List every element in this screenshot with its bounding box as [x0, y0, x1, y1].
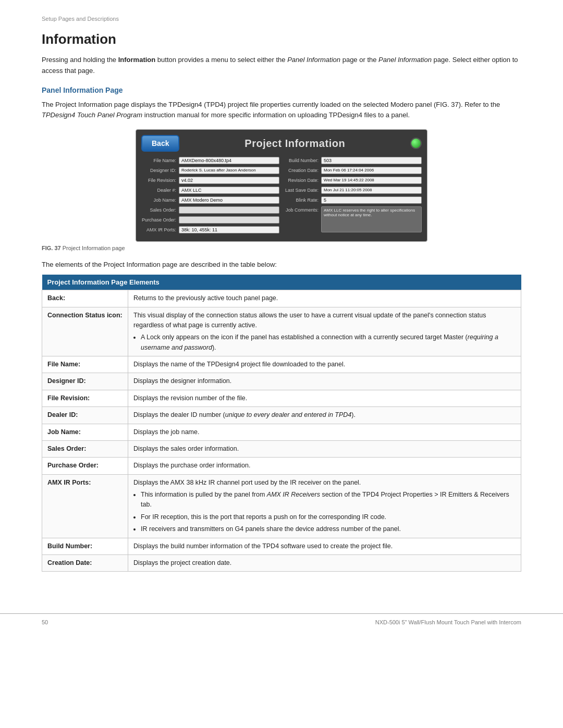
table-term: Connection Status icon:	[42, 307, 128, 356]
field-label-comments: Job Comments:	[284, 206, 321, 213]
fig-caption: FIG. 37 Project Information page	[42, 245, 521, 251]
table-term: Job Name:	[42, 424, 128, 440]
table-row: Back:Returns to the previously active to…	[42, 290, 521, 307]
field-value-creationdate: Mon Feb 06 17:24:04 2006	[321, 167, 422, 174]
table-term: Back:	[42, 290, 128, 307]
table-row: AMX IR Ports:Displays the AMX 38 kHz IR …	[42, 474, 521, 538]
table-row: Dealer ID:Displays the dealer ID number …	[42, 407, 521, 424]
doc-title: NXD-500i 5" Wall/Flush Mount Touch Panel…	[375, 619, 521, 625]
page-number: 50	[42, 619, 48, 625]
bullet-item: IR receivers and transmitters on G4 pane…	[141, 524, 516, 534]
field-label-lastsave: Last Save Date:	[284, 188, 321, 193]
field-row-filename: File Name: AMXDemo-800x480.tp4	[141, 157, 279, 164]
table-header: Project Information Page Elements	[42, 275, 521, 290]
intro-italic2: Panel Information	[378, 56, 432, 64]
field-label-buildnum: Build Number:	[284, 158, 321, 163]
field-row-designer: Designer ID: Roderick S. Lucas after Jas…	[141, 167, 279, 174]
table-row: Job Name:Displays the job name.	[42, 424, 521, 440]
field-row-creationdate: Creation Date: Mon Feb 06 17:24:04 2006	[284, 167, 422, 174]
table-term: File Revision:	[42, 390, 128, 406]
field-value-dealer: AMX LLC	[179, 187, 279, 194]
field-row-dealer: Dealer #: AMX LLC	[141, 187, 279, 194]
panel-fields: File Name: AMXDemo-800x480.tp4 Designer …	[141, 157, 422, 236]
field-label-revisiondate: Revision Date:	[284, 178, 321, 183]
field-value-revision: v4.02	[179, 177, 279, 184]
table-term: Dealer ID:	[42, 407, 128, 424]
info-table: Project Information Page Elements Back:R…	[42, 275, 521, 572]
table-term: File Name:	[42, 356, 128, 373]
field-label-salesorder: Sales Order:	[141, 207, 179, 213]
field-label-irports: AMX IR Ports:	[141, 227, 179, 232]
field-label-dealer: Dealer #:	[141, 188, 179, 193]
intro-bold: Information	[118, 56, 156, 64]
field-value-irports: 38k: 10, 455k: 11	[179, 226, 279, 233]
table-term: AMX IR Ports:	[42, 474, 128, 538]
desc-text: The elements of the Project Information …	[42, 261, 521, 268]
field-label-revision: File Revision:	[141, 178, 179, 183]
table-description: Displays the revision number of the file…	[128, 390, 521, 406]
field-label-purchaseorder: Purchase Order:	[141, 217, 179, 223]
field-row-purchaseorder: Purchase Order:	[141, 216, 279, 224]
back-button[interactable]: Back	[141, 135, 179, 152]
field-row-revisiondate: Revision Date: Wed Mar 19 14:45:22 2008	[284, 177, 422, 184]
field-row-jobname: Job Name: AMX Modero Demo	[141, 196, 279, 204]
field-label-designer: Designer ID:	[141, 168, 179, 173]
field-label-filename: File Name:	[141, 158, 179, 163]
fig-label: FIG. 37	[42, 245, 61, 251]
table-row: Connection Status icon:This visual displ…	[42, 307, 521, 356]
field-row-buildnum: Build Number: 503	[284, 157, 422, 164]
panel-left-col: File Name: AMXDemo-800x480.tp4 Designer …	[141, 157, 279, 236]
section-heading: Panel Information Page	[42, 86, 521, 94]
table-term: Creation Date:	[42, 554, 128, 571]
body-paragraph: The Project Information page displays th…	[42, 100, 521, 121]
table-description: Displays the purchase order information.	[128, 458, 521, 474]
field-row-salesorder: Sales Order:	[141, 206, 279, 214]
field-value-comments: AMX LLC reserves the right to alter spec…	[321, 206, 422, 232]
table-term: Build Number:	[42, 538, 128, 554]
field-row-comments: Job Comments: AMX LLC reserves the right…	[284, 206, 422, 232]
table-description: Displays the job name.	[128, 424, 521, 440]
footer: 50 NXD-500i 5" Wall/Flush Mount Touch Pa…	[0, 613, 563, 631]
bullet-item: A Lock only appears on the icon if the p…	[141, 332, 516, 353]
breadcrumb: Setup Pages and Descriptions	[42, 16, 521, 22]
field-value-designer: Roderick S. Lucas after Jason Anderson	[179, 167, 279, 174]
table-row: Build Number:Displays the build number i…	[42, 538, 521, 554]
field-label-blinkrate: Blink Rate:	[284, 198, 321, 203]
table-term: Purchase Order:	[42, 458, 128, 474]
table-description: Displays the dealer ID number (unique to…	[128, 407, 521, 424]
field-value-lastsave: Mon Jul 21 11:20:05 2008	[321, 187, 422, 194]
table-description: This visual display of the connection st…	[128, 307, 521, 356]
table-description: Displays the project creation date.	[128, 554, 521, 571]
table-row: File Name:Displays the name of the TPDes…	[42, 356, 521, 373]
field-value-salesorder	[179, 206, 279, 214]
panel-header: Back Project Information	[141, 135, 422, 152]
table-row: Designer ID:Displays the designer inform…	[42, 373, 521, 390]
table-term: Designer ID:	[42, 373, 128, 390]
bullet-item: For IR reception, this is the port that …	[141, 512, 516, 522]
intro-paragraph: Pressing and holding the Information but…	[42, 55, 521, 77]
field-value-purchaseorder	[179, 216, 279, 224]
field-value-filename: AMXDemo-800x480.tp4	[179, 157, 279, 164]
body-italic: TPDesign4 Touch Panel Program	[42, 111, 142, 119]
field-row-blinkrate: Blink Rate: 5	[284, 196, 422, 204]
field-value-buildnum: 503	[321, 157, 422, 164]
table-term: Sales Order:	[42, 440, 128, 457]
table-row: File Revision:Displays the revision numb…	[42, 390, 521, 406]
table-description: Displays the name of the TPDesign4 proje…	[128, 356, 521, 373]
table-row: Purchase Order:Displays the purchase ord…	[42, 458, 521, 474]
bullet-item: This information is pulled by the panel …	[141, 490, 516, 510]
field-value-jobname: AMX Modero Demo	[179, 196, 279, 204]
panel-screenshot: Back Project Information File Name: AMXD…	[136, 129, 427, 242]
field-label-jobname: Job Name:	[141, 198, 179, 203]
table-description: Displays the build number information of…	[128, 538, 521, 554]
field-row-irports: AMX IR Ports: 38k: 10, 455k: 11	[141, 226, 279, 233]
table-description: Returns to the previously active touch p…	[128, 290, 521, 307]
field-row-lastsave: Last Save Date: Mon Jul 21 11:20:05 2008	[284, 187, 422, 194]
connection-status-icon	[410, 138, 422, 149]
field-row-revision: File Revision: v4.02	[141, 177, 279, 184]
table-description: Displays the designer information.	[128, 373, 521, 390]
field-value-blinkrate: 5	[321, 196, 422, 204]
page-title: Information	[42, 31, 521, 47]
intro-italic1: Panel Information	[287, 56, 340, 64]
field-label-creationdate: Creation Date:	[284, 168, 321, 173]
